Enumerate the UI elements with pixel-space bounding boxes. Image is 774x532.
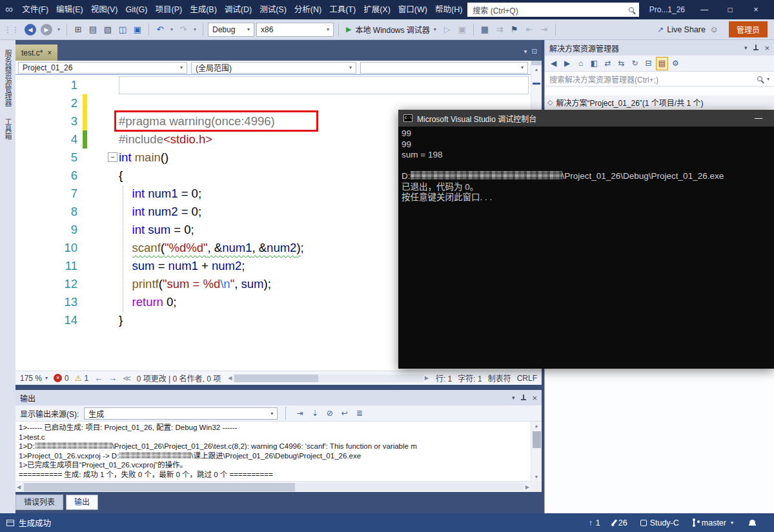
forward-icon[interactable]: ▶ (561, 57, 573, 70)
send-feedback-icon[interactable]: ☺ (708, 21, 720, 38)
new-project-icon[interactable]: ⊞ (72, 21, 85, 38)
console-output[interactable]: 9999sum = 198D:\Project_01_26\Debug\Proj… (398, 127, 774, 369)
menu-item[interactable]: 分析(N) (290, 0, 325, 19)
pending-changes-filter-icon[interactable]: ⇄ (602, 57, 614, 70)
project-select[interactable]: Project_01_26▾ (18, 62, 187, 74)
window-position-icon[interactable]: ▾ (744, 45, 748, 51)
console-title-bar[interactable]: Microsoft Visual Studio 调试控制台 — (398, 110, 774, 127)
solution-node[interactable]: ◇ 解决方案“Project_01_26”(1 个项目/共 1 个) (545, 96, 774, 108)
word-wrap-icon[interactable]: ↩ (338, 407, 351, 420)
expand-all-icon[interactable]: ≣ (353, 407, 365, 420)
solution-configurations-select[interactable]: Debug▾ (208, 23, 254, 37)
home-icon[interactable]: ⌂ (575, 57, 587, 70)
pin-icon[interactable] (520, 394, 526, 402)
scrollbar-thumb[interactable] (24, 483, 295, 491)
menu-item[interactable]: Git(G) (121, 0, 151, 19)
output-log[interactable]: 1>------ 已启动生成: 项目: Project_01_26, 配置: D… (15, 422, 531, 481)
code-line[interactable]: 1 (15, 76, 531, 94)
float-dock-icon[interactable]: ⊡ (532, 48, 537, 55)
back-icon[interactable]: ◀ (547, 57, 560, 70)
maximize-button[interactable]: □ (717, 0, 743, 19)
scroll-right-icon[interactable]: ▶ (524, 484, 531, 490)
clear-all-icon[interactable]: ⊘ (323, 407, 336, 420)
start-without-debugging-icon[interactable]: ▷ (441, 21, 454, 38)
branch-button[interactable]: master ▾ (692, 518, 733, 527)
close-icon[interactable]: × (532, 393, 537, 403)
minimize-button[interactable]: — (691, 0, 717, 19)
repository-button[interactable]: Study-C (640, 518, 679, 527)
navigate-backward-icon[interactable]: ← (94, 373, 103, 383)
collapse-all-icon[interactable]: ⊟ (642, 57, 655, 70)
navigate-back-icon[interactable]: ◀ (25, 24, 36, 36)
menu-item[interactable]: 文件(F) (18, 0, 52, 19)
menu-item[interactable]: 工具(T) (325, 0, 360, 19)
properties-icon[interactable]: ⚙ (669, 57, 682, 70)
save-all-icon[interactable]: ▣ (131, 21, 144, 38)
break-all-icon[interactable]: ▣ (456, 21, 469, 38)
error-list-tab[interactable]: 错误列表 (15, 495, 63, 510)
errors-icon[interactable]: × (54, 374, 62, 382)
output-tab[interactable]: 输出 (66, 495, 98, 510)
menu-item[interactable]: 窗口(W) (394, 0, 431, 19)
menu-item[interactable]: 调试(D) (221, 0, 256, 19)
new-file-icon[interactable]: ▤ (87, 21, 99, 38)
tab-list-chevron-icon[interactable]: ▾ (524, 48, 527, 55)
menu-item[interactable]: 扩展(X) (360, 0, 394, 19)
open-file-icon[interactable]: ▧ (101, 21, 114, 38)
menu-item[interactable]: 编辑(E) (52, 0, 87, 19)
solution-platforms-select[interactable]: x86▾ (256, 23, 334, 37)
scope-select[interactable]: (全局范围)▾ (191, 62, 356, 74)
scrollbar-thumb[interactable] (234, 374, 318, 382)
menu-item[interactable]: 测试(S) (256, 0, 290, 19)
undo-dropdown-icon[interactable]: ▾ (168, 21, 175, 38)
close-icon[interactable]: × (764, 43, 769, 53)
navigate-forward-icon[interactable]: ▶ (41, 24, 52, 36)
document-tab[interactable]: test.c* × (15, 45, 57, 61)
navigate-forward-icon[interactable]: → (108, 373, 117, 383)
live-share-button[interactable]: ↗ Live Share (657, 25, 706, 34)
outgoing-commits-button[interactable]: ↑ 1 (589, 518, 600, 527)
scroll-down-icon[interactable]: ▼ (535, 473, 539, 481)
step-over-icon[interactable]: ⇉ (493, 21, 506, 38)
scroll-up-icon[interactable]: ▲ (535, 422, 539, 430)
menu-item[interactable]: 项目(P) (151, 0, 186, 19)
decrease-indent-icon[interactable]: ⇤ (523, 21, 536, 38)
scroll-up-icon[interactable]: ▲ (535, 65, 539, 74)
switch-views-icon[interactable]: ◧ (588, 57, 600, 70)
scroll-left-icon[interactable]: ◀ (15, 484, 22, 490)
increase-indent-icon[interactable]: ⇥ (538, 21, 551, 38)
redo-dropdown-icon[interactable]: ▾ (192, 21, 198, 38)
refresh-icon[interactable]: ↻ (629, 57, 641, 70)
member-select[interactable]: ▾ (360, 62, 528, 74)
notifications-bell-icon[interactable] (749, 520, 756, 526)
undo-icon[interactable]: ↶ (154, 21, 167, 38)
output-vertical-scrollbar[interactable]: ▲ ▼ (531, 422, 542, 481)
zoom-select[interactable]: 175 %▾ (20, 374, 48, 383)
redo-icon[interactable]: ↷ (177, 21, 190, 38)
start-debugging-button[interactable]: ▶ 本地 Windows 调试器 ▾ (343, 24, 439, 35)
menu-item[interactable]: 视图(V) (87, 0, 122, 19)
scrollbar-thumb[interactable] (533, 431, 541, 448)
autoscroll-icon[interactable]: ⇣ (309, 407, 321, 420)
side-panel-tab[interactable]: 服务器资源管理器 (1, 44, 15, 112)
save-icon[interactable]: ◫ (116, 21, 129, 38)
output-horizontal-scrollbar[interactable]: ◀ ▶ (15, 481, 531, 492)
toggle-bookmark-icon[interactable]: ⚑ (508, 21, 521, 38)
pin-icon[interactable] (753, 44, 759, 52)
window-position-icon[interactable]: ▾ (512, 394, 515, 401)
solution-search-box[interactable]: 搜索解决方案资源管理器(Ctrl+;) ▾ (545, 72, 774, 87)
console-minimize-button[interactable]: — (748, 114, 769, 123)
goto-location-icon[interactable]: ⇥ (294, 407, 306, 420)
menu-item[interactable]: 生成(B) (186, 0, 221, 19)
find-in-files-icon[interactable]: ▦ (478, 21, 491, 38)
scroll-right-icon[interactable]: ▶ (423, 375, 430, 381)
side-panel-tab[interactable]: 工具箱 (1, 112, 15, 145)
sync-with-active-document-icon[interactable]: ⇆ (615, 57, 627, 70)
close-tab-icon[interactable]: × (47, 48, 52, 57)
output-source-select[interactable]: 生成▾ (84, 407, 278, 420)
warnings-icon[interactable]: ⚠ (75, 374, 82, 383)
show-all-files-icon[interactable]: ▤ (656, 57, 668, 70)
pending-edits-button[interactable]: 26 (613, 518, 627, 527)
scroll-left-icon[interactable]: ◀ (227, 375, 233, 381)
editor-horizontal-scrollbar[interactable]: ◀ ▶ (227, 374, 430, 382)
